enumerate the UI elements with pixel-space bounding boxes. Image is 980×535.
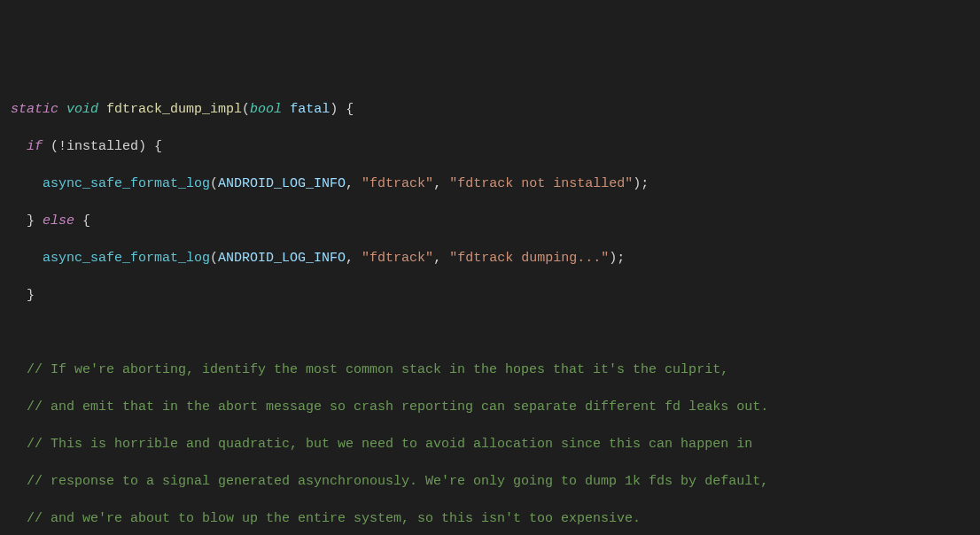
keyword-void: void — [66, 102, 98, 117]
indent — [11, 288, 27, 303]
indent — [11, 213, 27, 229]
comment-line: // and emit that in the abort message so… — [11, 398, 969, 416]
code-line: async_safe_format_log(ANDROID_LOG_INFO, … — [11, 174, 969, 193]
comment: // If we're aborting, identify the most … — [11, 362, 728, 377]
constant: ANDROID_LOG_INFO — [218, 176, 346, 191]
keyword-if: if — [27, 139, 43, 154]
blank-line — [11, 323, 969, 342]
punct: ); — [609, 251, 625, 266]
comment: // This is horrible and quadratic, but w… — [11, 437, 752, 452]
function-call: async_safe_format_log — [43, 251, 210, 266]
function-call: async_safe_format_log — [43, 176, 210, 191]
punct: , — [346, 176, 362, 191]
punct: , — [433, 176, 449, 191]
comment-line: // response to a signal generated asynch… — [11, 472, 969, 491]
keyword-else: else — [43, 213, 74, 229]
comment: // and emit that in the abort message so… — [11, 399, 768, 415]
constant: ANDROID_LOG_INFO — [218, 251, 346, 266]
brace: { — [74, 213, 90, 229]
comment-line: // and we're about to blow up the entire… — [11, 509, 969, 528]
code-line: async_safe_format_log(ANDROID_LOG_INFO, … — [11, 249, 969, 268]
code-line: if (!installed) { — [11, 137, 969, 156]
code-line: } — [11, 286, 969, 305]
brace: } — [27, 213, 43, 229]
punct: , — [433, 251, 449, 266]
punct: ( — [210, 251, 218, 266]
comment-line: // This is horrible and quadratic, but w… — [11, 435, 969, 454]
string-literal: "fdtrack not installed" — [449, 176, 633, 191]
function-name: fdtrack_dump_impl — [106, 102, 242, 117]
string-literal: "fdtrack dumping..." — [449, 251, 609, 266]
string-literal: "fdtrack" — [362, 176, 433, 191]
indent — [11, 139, 27, 154]
punct: ) { — [330, 102, 354, 117]
comment-line: // If we're aborting, identify the most … — [11, 361, 969, 379]
comment: // response to a signal generated asynch… — [11, 474, 768, 489]
punct: ( — [210, 176, 218, 191]
keyword-static: static — [11, 102, 58, 117]
param: fatal — [282, 102, 330, 117]
condition: (!installed) { — [43, 139, 162, 154]
punct: , — [346, 251, 362, 266]
punct: ); — [633, 176, 649, 191]
keyword-bool: bool — [250, 102, 282, 117]
indent — [11, 176, 43, 191]
code-line: static void fdtrack_dump_impl(bool fatal… — [11, 100, 969, 119]
punct: ( — [242, 102, 250, 117]
code-editor: static void fdtrack_dump_impl(bool fatal… — [11, 81, 969, 535]
indent — [11, 251, 43, 266]
code-line: } else { — [11, 212, 969, 230]
comment: // and we're about to blow up the entire… — [11, 511, 641, 526]
brace: } — [27, 288, 35, 303]
string-literal: "fdtrack" — [362, 251, 433, 266]
